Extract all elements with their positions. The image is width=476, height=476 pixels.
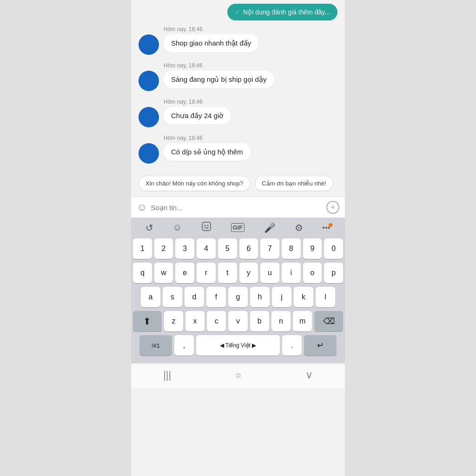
msg-content-2: Hôm nay, 18:46 Sáng đang ngủ bị ship gọi… bbox=[164, 62, 274, 88]
nav-recent-icon[interactable]: ∨ bbox=[305, 369, 313, 381]
kb-tool-settings[interactable]: ⚙ bbox=[295, 222, 303, 233]
key-symbols[interactable]: !#1 bbox=[139, 335, 172, 356]
kb-row-z: ⬆ z x c v b n m ⌫ bbox=[133, 311, 343, 331]
top-bubble-row: ✓ Nội dung đánh giá thêm đây... bbox=[139, 4, 337, 20]
msg-time-1: Hôm nay, 18:46 bbox=[164, 26, 258, 33]
key-u[interactable]: u bbox=[260, 263, 279, 283]
chat-area: ✓ Nội dung đánh giá thêm đây... Hôm nay,… bbox=[131, 0, 345, 164]
key-7[interactable]: 7 bbox=[260, 238, 279, 259]
key-0[interactable]: 0 bbox=[324, 238, 343, 259]
msg-content-4: Hôm nay, 18:46 Có dịp sẽ ủng hộ thêm bbox=[164, 135, 251, 161]
key-6[interactable]: 6 bbox=[239, 238, 258, 259]
kb-row-numbers: 1 2 3 4 5 6 7 8 9 0 bbox=[133, 238, 343, 259]
key-f[interactable]: f bbox=[206, 287, 226, 307]
key-c[interactable]: c bbox=[207, 311, 226, 331]
key-8[interactable]: 8 bbox=[282, 238, 301, 259]
kb-tool-sticker[interactable] bbox=[201, 221, 212, 234]
avatar-1 bbox=[139, 34, 159, 55]
kb-row-q: q w e r t y u i o p bbox=[133, 263, 343, 283]
emoji-icon[interactable]: ☺ bbox=[137, 201, 147, 213]
key-comma[interactable]: , bbox=[174, 335, 194, 356]
key-j[interactable]: j bbox=[272, 287, 291, 307]
quick-reply-1[interactable]: Xin chào! Món này còn không shop? bbox=[139, 176, 250, 191]
kb-tool-more[interactable]: ••• bbox=[323, 224, 331, 231]
msg-row-4: Hôm nay, 18:46 Có dịp sẽ ủng hộ thêm bbox=[139, 135, 337, 164]
msg-bubble-4: Có dịp sẽ ủng hộ thêm bbox=[164, 143, 251, 161]
key-s[interactable]: s bbox=[163, 287, 182, 307]
add-button[interactable]: + bbox=[326, 201, 339, 214]
top-bubble-text: Nội dung đánh giá thêm đây... bbox=[243, 8, 330, 16]
key-w[interactable]: w bbox=[154, 263, 173, 283]
key-3[interactable]: 3 bbox=[175, 238, 194, 259]
keyboard: 1 2 3 4 5 6 7 8 9 0 q w e r t y u i o p … bbox=[131, 237, 345, 363]
msg-row-2: Hôm nay, 18:46 Sáng đang ngủ bị ship gọi… bbox=[139, 62, 337, 91]
key-n[interactable]: n bbox=[271, 311, 291, 331]
kb-tool-emoji[interactable]: ☺ bbox=[172, 222, 182, 233]
keyboard-toolbar: ↺ ☺ GIF 🎤 ⚙ ••• bbox=[131, 218, 345, 237]
msg-time-3: Hôm nay, 18:46 bbox=[164, 99, 231, 105]
key-p[interactable]: p bbox=[324, 263, 343, 283]
key-o[interactable]: o bbox=[303, 263, 322, 283]
key-i[interactable]: i bbox=[282, 263, 301, 283]
key-b[interactable]: b bbox=[250, 311, 269, 331]
kb-tool-refresh[interactable]: ↺ bbox=[145, 222, 153, 233]
key-e[interactable]: e bbox=[175, 263, 194, 283]
msg-content-3: Hôm nay, 18:46 Chưa đầy 24 giờ bbox=[164, 99, 231, 125]
key-period[interactable]: . bbox=[282, 335, 302, 356]
key-5[interactable]: 5 bbox=[218, 238, 237, 259]
key-9[interactable]: 9 bbox=[303, 238, 322, 259]
kb-row-bottom: !#1 , ◀ Tiếng Việt ▶ . ↵ bbox=[133, 335, 343, 356]
key-d[interactable]: d bbox=[185, 287, 204, 307]
key-r[interactable]: r bbox=[197, 263, 216, 283]
msg-bubble-2: Sáng đang ngủ bị ship gọi dậy bbox=[164, 71, 274, 88]
input-bar: ☺ + bbox=[131, 197, 345, 218]
nav-back-icon[interactable]: ||| bbox=[163, 369, 171, 381]
key-t[interactable]: t bbox=[218, 263, 237, 283]
key-x[interactable]: x bbox=[185, 311, 205, 331]
msg-row-1: Hôm nay, 18:46 Shop giao nhanh thật đấy bbox=[139, 26, 337, 55]
key-space[interactable]: ◀ Tiếng Việt ▶ bbox=[196, 335, 280, 356]
kb-tool-gif[interactable]: GIF bbox=[231, 223, 245, 232]
key-enter[interactable]: ↵ bbox=[304, 335, 337, 356]
key-h[interactable]: h bbox=[250, 287, 270, 307]
msg-content-1: Hôm nay, 18:46 Shop giao nhanh thật đấy bbox=[164, 26, 258, 52]
key-2[interactable]: 2 bbox=[154, 238, 173, 259]
phone-frame: ✓ Nội dung đánh giá thêm đây... Hôm nay,… bbox=[131, 0, 345, 476]
svg-point-1 bbox=[205, 225, 206, 226]
key-4[interactable]: 4 bbox=[197, 238, 216, 259]
message-input[interactable] bbox=[151, 204, 323, 212]
svg-point-2 bbox=[207, 225, 209, 226]
key-y[interactable]: y bbox=[239, 263, 258, 283]
key-q[interactable]: q bbox=[133, 263, 152, 283]
svg-rect-0 bbox=[202, 222, 211, 231]
key-backspace[interactable]: ⌫ bbox=[314, 311, 343, 331]
avatar-3 bbox=[139, 107, 159, 127]
nav-home-icon[interactable]: ○ bbox=[236, 370, 241, 381]
keyboard-bottom-spacer bbox=[133, 359, 343, 363]
msg-time-2: Hôm nay, 18:46 bbox=[164, 62, 274, 69]
teal-bubble: ✓ Nội dung đánh giá thêm đây... bbox=[227, 4, 337, 20]
check-icon: ✓ bbox=[235, 8, 240, 16]
key-l[interactable]: l bbox=[316, 287, 335, 307]
msg-row-3: Hôm nay, 18:46 Chưa đầy 24 giờ bbox=[139, 99, 337, 127]
msg-time-4: Hôm nay, 18:46 bbox=[164, 135, 251, 141]
key-v[interactable]: v bbox=[228, 311, 247, 331]
key-k[interactable]: k bbox=[294, 287, 313, 307]
key-m[interactable]: m bbox=[293, 311, 312, 331]
key-1[interactable]: 1 bbox=[133, 238, 152, 259]
kb-tool-mic[interactable]: 🎤 bbox=[264, 222, 276, 233]
msg-bubble-3: Chưa đầy 24 giờ bbox=[164, 107, 231, 125]
key-a[interactable]: a bbox=[141, 287, 160, 307]
msg-bubble-1: Shop giao nhanh thật đấy bbox=[164, 34, 258, 52]
bottom-nav: ||| ○ ∨ bbox=[131, 363, 345, 389]
key-shift[interactable]: ⬆ bbox=[133, 311, 162, 331]
key-g[interactable]: g bbox=[228, 287, 248, 307]
kb-row-a: a s d f g h j k l bbox=[133, 287, 343, 307]
avatar-4 bbox=[139, 143, 159, 164]
quick-replies: Xin chào! Món này còn không shop? Cảm ơn… bbox=[131, 171, 345, 197]
key-z[interactable]: z bbox=[164, 311, 183, 331]
avatar-2 bbox=[139, 71, 159, 91]
quick-reply-2[interactable]: Cảm ơn bạn nhiều nhé! bbox=[255, 176, 333, 191]
